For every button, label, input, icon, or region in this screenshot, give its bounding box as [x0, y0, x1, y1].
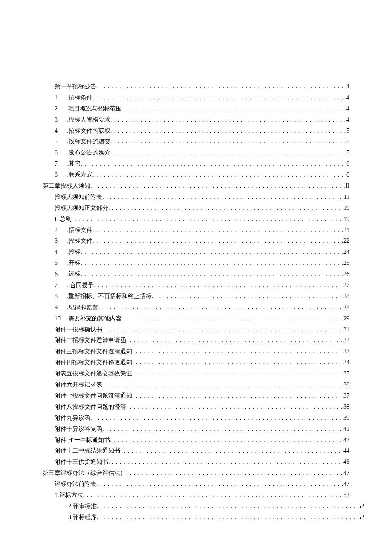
toc-entry-label: 附件十二中标结果通知书	[55, 445, 120, 456]
toc-entry-number: 2	[55, 103, 65, 114]
toc-entry: 附件三招标文件文件澄清通知33	[43, 346, 349, 357]
toc-entry: 附件 Hˆ一中标通知书42	[43, 435, 349, 446]
toc-dots-leader	[92, 225, 343, 236]
toc-entry-label: 投标人须知正文部分	[55, 203, 108, 214]
toc-entry: 1.评标方法52	[43, 490, 349, 501]
toc-entry: 5.投标文件的递交5	[43, 136, 349, 147]
toc-dots-leader	[110, 435, 343, 446]
toc-entry-label: 附件十三供货通知书	[55, 456, 108, 468]
toc-entry: 6.发布公告的媒介5	[43, 147, 349, 158]
toc-entry: 2.招标文件21	[43, 225, 349, 236]
toc-dots-leader	[90, 180, 345, 192]
toc-dots-leader	[152, 291, 343, 302]
toc-entry-label: .招标文件的获取	[67, 125, 110, 137]
toc-entry-page: 37	[343, 390, 349, 401]
toc-entry: 4.投标24	[43, 247, 349, 258]
toc-entry: 9.纪律和监督28	[43, 302, 349, 313]
toc-entry: 附件七投标文件问题澄清通知37	[43, 390, 349, 401]
toc-entry-page: 33	[343, 346, 349, 357]
toc-entry-page: 52	[357, 512, 364, 523]
toc-entry-label: 第二章投标人须知	[43, 180, 90, 192]
toc-entry: 8.联系方式6	[43, 169, 349, 180]
toc-entry-page: 28	[343, 302, 349, 313]
toc-entry-label: 评标办法前附表	[55, 479, 96, 490]
toc-entry-label: 附件二招标文件澄清申请函	[55, 335, 126, 346]
table-of-contents: 第一章招标公告41.招标条件42.项目概况与招标范围43.投标人资格要求44.招…	[43, 81, 349, 523]
toc-entry-number: 3	[55, 235, 65, 247]
toc-entry: 投标人须知正文部分19	[43, 203, 349, 214]
toc-entry-label: .项目概况与招标范围	[67, 103, 122, 114]
toc-entry: 附件十异议答复函41	[43, 424, 349, 435]
toc-entry-number: 3	[55, 114, 65, 125]
toc-entry-number: 4	[55, 247, 65, 258]
toc-entry-page: 52	[357, 501, 364, 512]
toc-dots-leader	[132, 357, 343, 368]
toc-dots-leader	[92, 235, 343, 247]
toc-entry: 8.重新招标、不再招标和终止招标28	[43, 291, 349, 302]
toc-entry-number: 7	[55, 158, 65, 169]
toc-entry-label: 2.评审标准	[68, 501, 97, 512]
toc-entry-label: .招标文件	[67, 225, 92, 236]
toc-dots-leader	[90, 413, 343, 424]
toc-dots-leader	[132, 368, 343, 379]
toc-entry-page: 25	[343, 258, 349, 269]
toc-entry: 第一章招标公告4	[43, 81, 349, 92]
toc-entry: 5.开标25	[43, 258, 349, 269]
toc-entry-page: 26	[343, 269, 349, 280]
toc-entry-number: 4	[55, 125, 65, 137]
toc-dots-leader	[81, 258, 343, 269]
toc-entry: 2.项目概况与招标范围4	[43, 103, 349, 114]
toc-entry-page: 39	[343, 413, 349, 424]
toc-dots-leader	[98, 302, 343, 313]
toc-entry-page: 19	[343, 214, 349, 225]
toc-entry-page: 34	[343, 357, 349, 368]
toc-entry-page: 44	[343, 445, 349, 456]
toc-entry-page: 41	[343, 424, 349, 435]
toc-entry-label: .投标人资格要求	[67, 114, 110, 125]
toc-dots-leader	[92, 92, 346, 103]
toc-entry-page: 24	[343, 247, 349, 258]
toc-dots-leader	[126, 335, 343, 346]
toc-entry: 附表五投标文件递交签收凭证35	[43, 368, 349, 379]
toc-entry-page: 36	[343, 379, 349, 390]
toc-entry-label: 附件六开标记录表	[55, 379, 102, 390]
toc-entry-label: 附件四招标文件文件修改通知	[55, 357, 132, 368]
toc-entry: 评标办法前附表47	[43, 479, 349, 490]
toc-entry-page: 19	[343, 203, 349, 214]
toc-dots-leader	[81, 158, 346, 169]
toc-dots-leader	[132, 346, 343, 357]
toc-entry-page: 28	[343, 291, 349, 302]
toc-entry-number: 8	[55, 291, 65, 302]
toc-entry-number: 6	[55, 269, 65, 280]
toc-entry: 2.评审标准52	[43, 501, 364, 512]
toc-entry-label: 附件一投标确认书	[55, 324, 102, 335]
toc-dots-leader	[132, 390, 343, 401]
toc-entry-page: 5	[346, 147, 349, 158]
toc-dots-leader	[97, 501, 358, 512]
toc-entry-label: 附件九异议函	[55, 413, 90, 424]
toc-entry-number: 9	[55, 302, 65, 313]
toc-entry: 第三章评标办法（综合评估法）47	[43, 468, 349, 479]
toc-dots-leader	[122, 313, 343, 324]
toc-entry-label: 第一章招标公告	[55, 81, 96, 92]
toc-entry-label: .纪律和监督	[67, 302, 98, 313]
toc-entry: 1.招标条件4	[43, 92, 349, 103]
toc-entry-label: 附件三招标文件文件澄清通知	[55, 346, 132, 357]
toc-entry: 投标人须知前附表11	[43, 192, 349, 203]
toc-entry-label: .发布公告的媒介	[67, 147, 110, 158]
toc-entry-page: 52	[343, 490, 349, 501]
toc-dots-leader	[96, 81, 346, 92]
toc-entry-number: 6	[55, 147, 65, 158]
toc-entry-page: Il	[345, 180, 349, 192]
toc-entry-page: 42	[343, 435, 349, 446]
toc-dots-leader	[96, 479, 343, 490]
toc-entry: 7. 合同授予27	[43, 280, 349, 291]
toc-entry-page: 11	[343, 192, 349, 203]
toc-entry-label: 1.评标方法	[55, 490, 83, 501]
toc-dots-leader	[81, 247, 343, 258]
toc-entry: 第二章投标人须知Il	[43, 180, 349, 192]
toc-dots-leader	[102, 192, 343, 203]
toc-entry-label: 第三章评标办法（综合评估法）	[43, 468, 126, 479]
toc-entry-label: . 合同授予	[67, 280, 94, 291]
toc-entry: 附件二招标文件澄清申请函32	[43, 335, 349, 346]
